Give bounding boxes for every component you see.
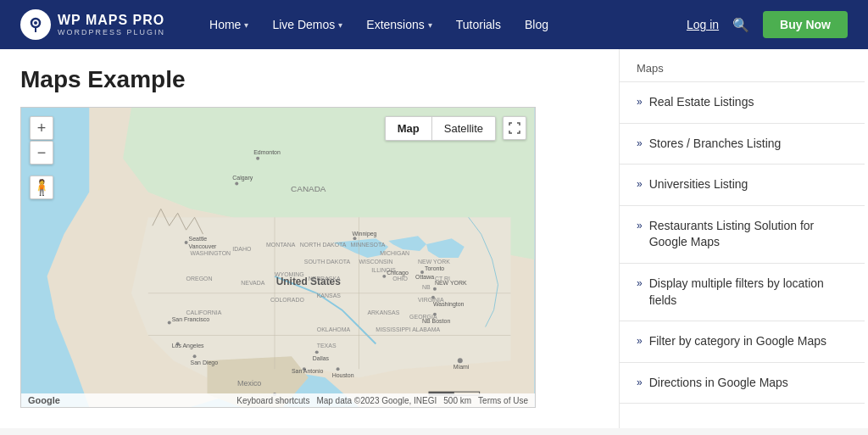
sidebar-item-label: Restaurants Listing Solution for Google … <box>649 218 848 251</box>
brand-text: WP MAPS PRO WORDPRESS PLUGIN <box>58 12 165 37</box>
svg-point-59 <box>315 350 319 354</box>
svg-text:OHIO: OHIO <box>392 276 408 282</box>
svg-text:NORTH DAKOTA: NORTH DAKOTA <box>300 242 347 248</box>
chevron-right-icon: » <box>637 96 643 108</box>
sidebar-item-real-estate[interactable]: » Real Estate Listings <box>620 82 865 124</box>
svg-point-55 <box>431 296 435 299</box>
svg-text:Houston: Houston <box>332 372 354 378</box>
map-type-toggle: Map Satellite <box>385 116 496 141</box>
svg-text:Dallas: Dallas <box>313 355 330 361</box>
svg-text:CALIFORNIA: CALIFORNIA <box>186 310 222 315</box>
svg-text:OKLAHOMA: OKLAHOMA <box>317 326 351 332</box>
nav-extensions[interactable]: Extensions ▾ <box>356 11 442 38</box>
chevron-right-icon: » <box>637 220 643 231</box>
svg-text:Chicago: Chicago <box>387 270 409 276</box>
fullscreen-button[interactable] <box>503 116 526 140</box>
chevron-right-icon: » <box>637 178 643 190</box>
sidebar-item-filters[interactable]: » Display multiple filters by location f… <box>620 264 865 321</box>
svg-text:Vancouver: Vancouver <box>189 243 217 249</box>
svg-text:Edmonton: Edmonton <box>253 149 281 155</box>
svg-point-48 <box>382 275 386 278</box>
map-type-map-button[interactable]: Map <box>386 117 432 140</box>
svg-text:NEVADA: NEVADA <box>241 280 264 286</box>
nav-tutorials[interactable]: Tutorials <box>446 11 511 38</box>
sidebar-item-universities[interactable]: » Universities Listing <box>620 165 865 206</box>
sidebar-item-label: Filter by category in Google Maps <box>649 333 826 350</box>
buy-button[interactable]: Buy Now <box>763 11 848 38</box>
svg-text:MONTANA: MONTANA <box>266 242 296 248</box>
map-footer: Google Keyboard shortcuts Map data ©2023… <box>21 393 535 407</box>
svg-text:WYOMING: WYOMING <box>275 271 304 277</box>
nav-blog[interactable]: Blog <box>515 11 559 38</box>
chevron-right-icon: » <box>637 335 643 347</box>
svg-point-67 <box>458 358 463 363</box>
bottom-stripe <box>0 428 868 435</box>
svg-text:KANSAS: KANSAS <box>317 293 342 298</box>
sidebar-item-label: Universities Listing <box>649 176 748 193</box>
svg-point-63 <box>337 367 340 371</box>
brand-logo-area[interactable]: WP MAPS PRO WORDPRESS PLUGIN <box>20 9 165 40</box>
keyboard-shortcuts[interactable]: Keyboard shortcuts <box>236 396 309 405</box>
chevron-right-icon: » <box>637 376 643 388</box>
svg-text:WASHINGTON: WASHINGTON <box>191 250 231 256</box>
sidebar-top-text: Maps <box>637 62 664 75</box>
sidebar-item-category-filter[interactable]: » Filter by category in Google Maps <box>620 321 865 363</box>
sidebar-item-label: Real Estate Listings <box>649 94 754 111</box>
sidebar-item-label: Directions in Google Maps <box>649 375 788 392</box>
svg-point-71 <box>235 182 238 186</box>
zoom-in-button[interactable]: + <box>30 116 53 140</box>
sidebar-top: Maps <box>620 49 865 82</box>
map-type-satellite-button[interactable]: Satellite <box>432 117 495 140</box>
brand-name: WP MAPS PRO <box>58 12 165 28</box>
svg-text:Los Angeles: Los Angeles <box>172 343 204 349</box>
svg-text:Calgary: Calgary <box>232 175 253 181</box>
svg-text:San Francisco: San Francisco <box>172 316 210 322</box>
map-data-text: Map data ©2023 Google, INEGI <box>316 396 437 405</box>
search-icon[interactable]: 🔍 <box>732 17 749 33</box>
brand-sub: WORDPRESS PLUGIN <box>58 28 165 37</box>
svg-point-1 <box>34 21 37 25</box>
fullscreen-icon <box>509 122 520 134</box>
navbar: WP MAPS PRO WORDPRESS PLUGIN Home ▾ Live… <box>0 0 868 49</box>
svg-text:Ottawa: Ottawa <box>415 274 434 280</box>
scale-text: 500 km <box>443 396 471 405</box>
page-title: Maps Example <box>20 66 598 93</box>
svg-text:MISSISSIPPI ALABAMA: MISSISSIPPI ALABAMA <box>376 326 440 332</box>
nav-live-demos[interactable]: Live Demos ▾ <box>262 11 353 38</box>
content-area: Maps Example <box>0 49 619 428</box>
svg-text:Washington: Washington <box>433 301 465 308</box>
zoom-out-button[interactable]: − <box>30 141 53 165</box>
svg-text:San Diego: San Diego <box>191 360 219 366</box>
svg-text:ARKANSAS: ARKANSAS <box>367 310 399 315</box>
svg-text:NEW YORK: NEW YORK <box>418 259 450 265</box>
pegman-button[interactable]: 🧍 <box>30 176 53 199</box>
svg-text:IDAHO: IDAHO <box>232 246 252 252</box>
map-container: United States CANADA Mexico WASHINGTON O… <box>20 107 536 408</box>
map-background: United States CANADA Mexico WASHINGTON O… <box>21 108 535 407</box>
svg-text:WISCONSIN: WISCONSIN <box>359 259 392 265</box>
terms-of-use-link[interactable]: Terms of Use <box>478 396 528 405</box>
svg-text:Miami: Miami <box>453 364 470 370</box>
navbar-right: Log in 🔍 Buy Now <box>687 11 848 38</box>
sidebar-item-restaurants[interactable]: » Restaurants Listing Solution for Googl… <box>620 206 865 264</box>
navbar-nav: Home ▾ Live Demos ▾ Extensions ▾ Tutoria… <box>199 11 687 38</box>
svg-text:Seattle: Seattle <box>189 236 208 242</box>
login-link[interactable]: Log in <box>687 18 719 31</box>
svg-text:NB: NB <box>422 284 431 290</box>
svg-text:San Antonio: San Antonio <box>292 368 324 374</box>
map-zoom-controls: + − <box>30 116 53 165</box>
main-layout: Maps Example <box>0 49 868 428</box>
sidebar-item-directions[interactable]: » Directions in Google Maps <box>620 363 865 404</box>
google-logo: Google <box>28 395 60 405</box>
chevron-right-icon: » <box>637 137 643 149</box>
svg-text:Winnipeg: Winnipeg <box>353 231 377 237</box>
chevron-down-icon: ▾ <box>428 20 432 30</box>
nav-home[interactable]: Home ▾ <box>199 11 259 38</box>
svg-text:CANADA: CANADA <box>291 184 326 193</box>
svg-text:MICHIGAN: MICHIGAN <box>380 250 409 256</box>
svg-point-46 <box>353 237 356 240</box>
svg-text:NB Boston: NB Boston <box>422 318 450 324</box>
sidebar-item-stores[interactable]: » Stores / Branches Listing <box>620 124 865 165</box>
svg-text:NEBRASKA: NEBRASKA <box>309 276 341 282</box>
svg-text:OREGON: OREGON <box>186 276 213 282</box>
